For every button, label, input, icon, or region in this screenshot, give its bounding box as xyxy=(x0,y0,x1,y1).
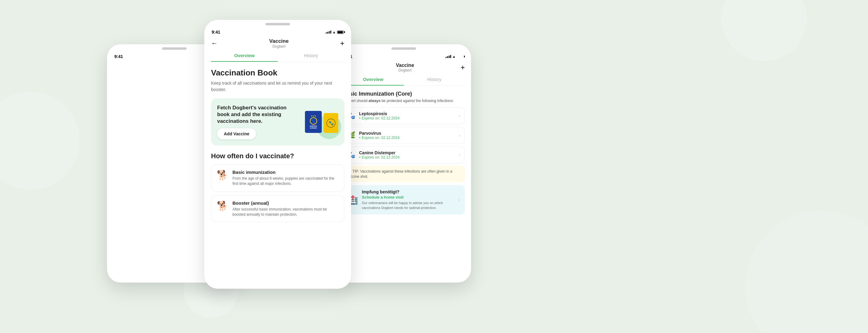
nav-heading-2: Vaccine xyxy=(269,38,288,44)
bar1-2 xyxy=(326,32,327,34)
basic-imm-icon: 🐕 xyxy=(217,170,228,180)
plus-button-2[interactable]: + xyxy=(340,39,344,48)
appt-chevron-icon: › xyxy=(458,197,460,203)
yellow-paw: 🐾 xyxy=(329,121,334,126)
parvo-expires: Expires on: 02.12.2024 xyxy=(359,136,455,140)
promo-text: Fetch Dogbert's vaccination book and add… xyxy=(217,104,287,139)
promo-card: Fetch Dogbert's vaccination book and add… xyxy=(211,98,344,145)
bar1-3 xyxy=(445,57,446,58)
plus-button-3[interactable]: + xyxy=(461,63,465,72)
eu-paw-promo: 🐾 xyxy=(311,119,316,123)
lepto-expires: Expires on: 02.12.2024 xyxy=(359,116,455,120)
lepto-chevron-icon: › xyxy=(459,113,460,119)
tip-box: 💡 TIP: Vaccinations against these infect… xyxy=(343,166,465,182)
how-often-title: How often do I vaccinate? xyxy=(211,152,344,160)
promo-books: ★★★ 🐾 HEIMTIERAUSWEIS 🐾 xyxy=(305,111,338,133)
tab-history-3[interactable]: History xyxy=(404,74,465,86)
status-time-1: 9:41 xyxy=(114,54,123,59)
parvo-chevron-icon: › xyxy=(459,133,460,138)
bar2-3 xyxy=(447,56,448,58)
status-bar-3: 9:41 ▲ xyxy=(336,51,471,60)
tab-history-2[interactable]: History xyxy=(278,50,344,62)
page-subtitle-2: Keep track of all vaccinations and let u… xyxy=(211,80,344,93)
vaccine-row-parvo[interactable]: 🌿 Parvovirus Expires on: 02.12.2024 › xyxy=(343,127,465,144)
tab-overview-3[interactable]: Overview xyxy=(343,74,404,86)
phone3-content: Basic Immunization (Core) Dogbert should… xyxy=(336,86,471,282)
nav-header-3: ← Vaccine Dogbert + xyxy=(336,60,471,74)
distemper-name: Canine Distemper xyxy=(359,150,455,155)
notch-2 xyxy=(266,23,290,25)
add-vaccine-button[interactable]: Add Vaccine xyxy=(217,128,256,139)
eu-book-text: HEIMTIERAUSWEIS xyxy=(310,125,317,129)
appt-title: Impfung benötigt? xyxy=(362,190,455,194)
phone-vaccination-book: 9:41 ▲ ← Vaccine Dogbert + xyxy=(204,20,351,289)
bar3-2 xyxy=(329,31,330,34)
nav-subtitle-2: Dogbert xyxy=(269,44,288,48)
wifi-icon-3: ▲ xyxy=(452,55,456,58)
booster-desc: After successful basic immunization, vac… xyxy=(232,207,339,217)
nav-title-2: Vaccine Dogbert xyxy=(269,38,288,48)
status-icons-2: ▲ xyxy=(326,30,344,34)
tab-overview-label-2: Overview xyxy=(234,53,255,58)
battery-icon-3 xyxy=(457,55,464,58)
yellow-book-promo: 🐾 xyxy=(323,113,338,133)
vaccine-row-distemper[interactable]: 🐾 Canine Distemper Expires on: 02.12.202… xyxy=(343,146,465,163)
tab-overview-label-3: Overview xyxy=(363,77,383,82)
status-icons-3: ▲ xyxy=(445,55,464,58)
bar4-2 xyxy=(330,31,331,34)
signal-bars-2 xyxy=(326,31,331,34)
tip-text: TIP: Vaccinations against these infectio… xyxy=(347,169,452,179)
appointment-card[interactable]: 🏥 Impfung benötigt? Schedule a home visi… xyxy=(343,185,465,214)
tab-history-label-3: History xyxy=(427,77,442,82)
appt-link[interactable]: Schedule a home visit xyxy=(362,195,455,199)
lepto-info: Leptospirosis Expires on: 02.12.2024 xyxy=(359,111,455,120)
back-button-2[interactable]: ← xyxy=(211,39,218,47)
tabs-3: Overview History xyxy=(343,74,465,86)
battery-icon-2 xyxy=(337,31,344,34)
basic-imm-title: Basic immunization xyxy=(232,170,339,175)
core-section-title: Basic Immunization (Core) xyxy=(343,91,465,97)
status-bar-2: 9:41 ▲ xyxy=(204,27,351,36)
lepto-name: Leptospirosis xyxy=(359,111,455,116)
status-time-2: 9:41 xyxy=(212,30,220,35)
parvo-name: Parvovirus xyxy=(359,131,455,136)
nav-header-2: ← Vaccine Dogbert + xyxy=(204,36,351,50)
tab-overview-2[interactable]: Overview xyxy=(211,50,278,62)
core-section-sub: Dogbert should always be protected again… xyxy=(343,98,465,104)
promo-heading: Fetch Dogbert's vaccination book and add… xyxy=(217,104,287,125)
notch-3 xyxy=(392,47,416,50)
bar2-2 xyxy=(327,32,328,34)
booster-card: 🐕 Booster (annual) After successful basi… xyxy=(211,195,344,223)
distemper-expires: Expires on: 02.12.2024 xyxy=(359,155,455,160)
nav-title-3: Vaccine Dogbert xyxy=(396,63,414,72)
notch xyxy=(162,47,187,50)
page-title-2: Vaccination Book xyxy=(211,68,344,77)
eu-stars-promo: ★★★ xyxy=(311,115,316,117)
booster-title: Booster (annual) xyxy=(232,200,339,206)
booster-text: Booster (annual) After successful basic … xyxy=(232,200,339,217)
eu-book-promo: ★★★ 🐾 HEIMTIERAUSWEIS xyxy=(305,111,322,133)
bar4-3 xyxy=(450,55,451,58)
phone-vaccine-overview: 9:41 ▲ ← Vaccine Dogbert + xyxy=(336,44,471,282)
nav-heading-3: Vaccine xyxy=(396,63,414,68)
wifi-icon-2: ▲ xyxy=(333,30,336,34)
tab-history-label-2: History xyxy=(304,53,318,58)
basic-imm-desc: From the age of about 8 weeks, puppies a… xyxy=(232,176,339,186)
booster-icon: 🐕 xyxy=(217,200,228,211)
basic-imm-text: Basic immunization From the age of about… xyxy=(232,170,339,186)
book-stack: ★★★ 🐾 HEIMTIERAUSWEIS 🐾 xyxy=(305,111,338,133)
appt-text: Impfung benötigt? Schedule a home visit … xyxy=(362,190,455,210)
basic-immunization-card: 🐕 Basic immunization From the age of abo… xyxy=(211,164,344,192)
parvo-info: Parvovirus Expires on: 02.12.2024 xyxy=(359,131,455,140)
bar3-3 xyxy=(449,56,450,58)
phone2-content: Vaccination Book Keep track of all vacci… xyxy=(204,62,351,289)
eu-circle-promo: 🐾 xyxy=(310,117,317,125)
vaccine-row-lepto[interactable]: 🐾 Leptospirosis Expires on: 02.12.2024 › xyxy=(343,107,465,124)
distemper-chevron-icon: › xyxy=(459,152,460,158)
signal-bars-3 xyxy=(445,55,451,58)
nav-subtitle-3: Dogbert xyxy=(396,68,414,72)
tabs-2: Overview History xyxy=(211,50,344,62)
yellow-circle: 🐾 xyxy=(326,119,336,128)
appt-desc: Our veterinarians will be happy to advis… xyxy=(362,201,455,210)
distemper-info: Canine Distemper Expires on: 02.12.2024 xyxy=(359,150,455,160)
